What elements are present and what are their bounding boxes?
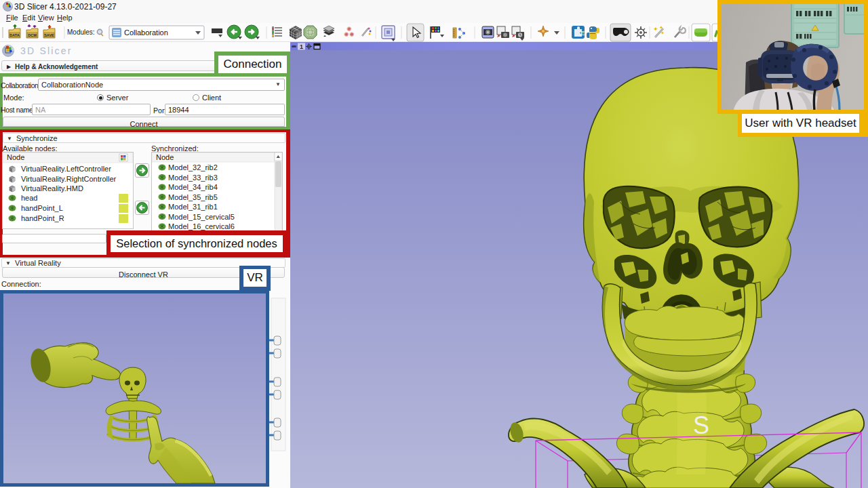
svg-text:✦: ✦ <box>659 25 663 30</box>
svg-text:Model_33_rib3: Model_33_rib3 <box>168 174 218 182</box>
svg-text:Node: Node <box>7 153 24 161</box>
svg-text:✦: ✦ <box>653 26 658 33</box>
svg-text:✺: ✺ <box>349 31 355 38</box>
svg-text:E: E <box>580 30 585 37</box>
svg-text:Modules:: Modules: <box>67 28 95 36</box>
svg-text:1: 1 <box>300 43 303 50</box>
svg-text:head: head <box>21 194 37 202</box>
svg-text:Collaboration: Collaboration <box>124 28 168 37</box>
svg-text:Model_16_cervical6: Model_16_cervical6 <box>168 222 235 230</box>
svg-text:✦: ✦ <box>660 30 665 35</box>
svg-text:DCM: DCM <box>28 33 37 37</box>
svg-text:VirtualReality.HMD: VirtualReality.HMD <box>21 184 83 192</box>
svg-text:SAVE: SAVE <box>44 33 54 37</box>
svg-text:handPoint_R: handPoint_R <box>21 214 64 222</box>
svg-text:S: S <box>693 411 709 439</box>
svg-text:Model_34_rib4: Model_34_rib4 <box>168 183 218 191</box>
svg-text:handPoint_L: handPoint_L <box>21 204 63 212</box>
svg-text:VirtualReality.LeftController: VirtualReality.LeftController <box>21 165 111 173</box>
svg-text:VirtualReality.RightController: VirtualReality.RightController <box>21 175 117 183</box>
svg-text:Model_15_cervical5: Model_15_cervical5 <box>168 213 235 221</box>
svg-text:✺: ✺ <box>344 31 349 38</box>
svg-text:Node: Node <box>156 153 174 161</box>
svg-text:Model_35_rib5: Model_35_rib5 <box>168 193 218 201</box>
svg-text:DATA: DATA <box>9 33 19 37</box>
svg-text:Model_31_rib1: Model_31_rib1 <box>168 203 218 211</box>
svg-text:Model_32_rib2: Model_32_rib2 <box>168 163 218 171</box>
